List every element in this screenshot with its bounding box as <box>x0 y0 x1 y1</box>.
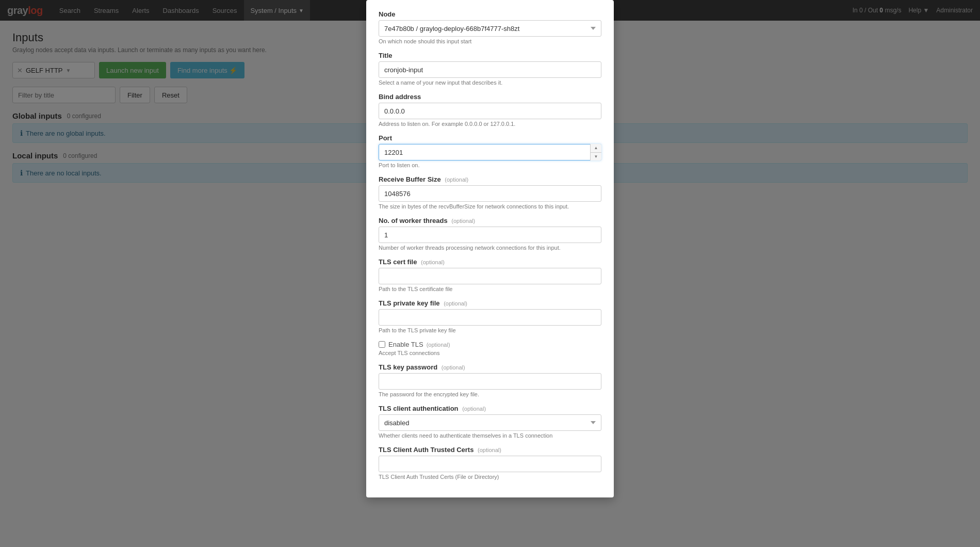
port-input-wrapper: ▲ ▼ <box>379 144 601 160</box>
recv-buffer-label: Receive Buffer Size (optional) <box>379 175 601 183</box>
recv-buffer-field-group: Receive Buffer Size (optional) The size … <box>379 175 601 201</box>
node-field-group: Node 7e47b80b / graylog-deploy-668b7f477… <box>379 10 601 44</box>
port-spinner-down[interactable]: ▼ <box>591 153 601 161</box>
bind-address-help: Address to listen on. For example 0.0.0.… <box>379 121 601 127</box>
port-help: Port to listen on. <box>379 162 601 168</box>
title-field-group: Title Select a name of your new input th… <box>379 52 601 86</box>
port-label: Port <box>379 134 601 142</box>
bind-address-field-group: Bind address Address to listen on. For e… <box>379 93 601 127</box>
port-spinners: ▲ ▼ <box>590 144 601 160</box>
recv-buffer-input[interactable] <box>379 185 601 201</box>
title-label: Title <box>379 52 601 59</box>
bind-address-label: Bind address <box>379 93 601 101</box>
title-input[interactable] <box>379 61 601 78</box>
port-field-group: Port ▲ ▼ Port to listen on. <box>379 134 601 168</box>
port-spinner-up[interactable]: ▲ <box>591 144 601 153</box>
modal-overlay[interactable]: Node 7e47b80b / graylog-deploy-668b7f477… <box>0 0 980 201</box>
port-input[interactable] <box>379 144 601 160</box>
node-select[interactable]: 7e47b80b / graylog-deploy-668b7f4777-sh8… <box>379 20 601 37</box>
title-help: Select a name of your new input that des… <box>379 79 601 86</box>
node-help: On which node should this input start <box>379 38 601 44</box>
modal-dialog: Node 7e47b80b / graylog-deploy-668b7f477… <box>366 0 614 201</box>
recv-buffer-optional: (optional) <box>445 176 468 183</box>
bind-address-input[interactable] <box>379 103 601 119</box>
modal-body: Node 7e47b80b / graylog-deploy-668b7f477… <box>366 0 614 201</box>
node-label: Node <box>379 10 601 18</box>
